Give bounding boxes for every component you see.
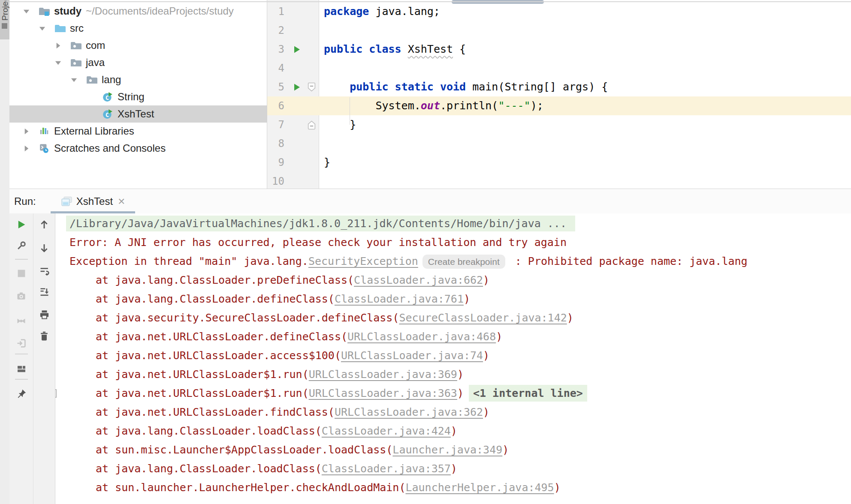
chevron-down-icon[interactable] (36, 20, 48, 37)
stacktrace-link[interactable]: ClassLoader.java:424 (322, 425, 451, 437)
tree-item-lang[interactable]: lang (9, 71, 267, 88)
package-folder-icon (85, 71, 98, 88)
chevron-down-icon[interactable] (67, 71, 80, 88)
chevron-right-icon[interactable] (51, 37, 64, 54)
scroll-to-end-icon[interactable] (39, 287, 50, 297)
restart-debug-icon[interactable] (16, 316, 27, 326)
project-folder-icon (38, 3, 51, 20)
stacktrace-link[interactable]: ClassLoader.java:662 (354, 274, 483, 286)
stop-icon[interactable] (16, 268, 27, 279)
console-line-text: at sun.launcher.LauncherHelper.checkAndL… (96, 481, 561, 494)
tree-item-label: External Libraries (54, 125, 134, 137)
layout-icon[interactable] (16, 364, 27, 374)
stacktrace-link[interactable]: URLClassLoader.java:468 (347, 330, 496, 343)
stacktrace-link[interactable]: SecurityException (308, 255, 418, 267)
close-tab-icon[interactable]: × (118, 195, 125, 207)
tree-item-string[interactable]: CString (9, 88, 267, 105)
expand-trace-icon[interactable]: + (55, 389, 57, 398)
console-line-9: at java.net.URLClassLoader$1.run(URLClas… (55, 365, 851, 384)
chevron-down-icon[interactable] (51, 54, 64, 71)
tree-item-xshtest[interactable]: CXshTest (9, 105, 267, 123)
console-line-15: at sun.launcher.LauncherHelper.checkAndL… (55, 478, 851, 497)
editor-panel[interactable]: 1package java.lang;23public class XshTes… (267, 0, 851, 189)
gutter-spacer (290, 134, 304, 153)
gutter-spacer (290, 153, 304, 172)
chevron-down-icon[interactable] (20, 3, 33, 20)
tree-item-label: XshTest (118, 108, 154, 120)
pin-icon[interactable] (16, 389, 27, 399)
tool-window-square-icon (2, 23, 7, 29)
print-icon[interactable] (39, 309, 50, 320)
console-lines: /Library/Java/JavaVirtualMachines/jdk1.8… (55, 213, 851, 497)
stacktrace-link[interactable]: URLClassLoader.java:74 (341, 349, 483, 362)
code-text (319, 59, 851, 78)
run-tab-xshtest[interactable]: XshTest × (51, 189, 136, 214)
tree-item-scratches-and-consoles[interactable]: Scratches and Consoles (9, 140, 267, 157)
line-number: 8 (267, 134, 290, 153)
toolbar-divider (15, 379, 28, 380)
code-text (319, 172, 851, 189)
stacktrace-link[interactable]: ClassLoader.java:357 (322, 462, 451, 475)
error-text: ) (567, 312, 573, 324)
tree-item-study[interactable]: study~/Documents/ideaProjects/study (9, 3, 267, 20)
run-gutter-icon[interactable] (290, 40, 304, 59)
stacktrace-link[interactable]: URLClassLoader.java:363 (309, 387, 457, 399)
soft-wrap-icon[interactable] (39, 266, 50, 276)
rerun-icon[interactable] (16, 219, 27, 230)
stacktrace-link[interactable]: Launcher.java:349 (392, 444, 502, 456)
tree-item-src[interactable]: src (9, 20, 267, 37)
fold-marker-icon[interactable] (304, 78, 319, 96)
console-line-text: at java.net.URLClassLoader.access$100(UR… (96, 349, 489, 362)
error-text: Error: A JNI error has occurred, please … (69, 236, 567, 249)
code-text: } (319, 115, 851, 134)
stacktrace-link[interactable]: LauncherHelper.java:495 (405, 481, 554, 494)
stacktrace-link[interactable]: URLClassLoader.java:369 (309, 368, 457, 381)
console-line-text: at java.net.URLClassLoader.findClass(URL… (96, 406, 489, 418)
chevron-right-icon[interactable] (20, 123, 33, 140)
chevron-right-icon[interactable] (20, 140, 33, 157)
console-line-2: Error: A JNI error has occurred, please … (55, 233, 851, 252)
stacktrace-link[interactable]: SecureClassLoader.java:142 (399, 312, 567, 324)
create-breakpoint-hint[interactable]: Create breakpoint (422, 255, 505, 269)
tree-item-label: src (70, 22, 84, 34)
down-arrow-icon[interactable] (39, 243, 50, 253)
console-line-text: /Library/Java/JavaVirtualMachines/jdk1.8… (66, 216, 575, 231)
error-text: Exception in thread "main" java.lang. (69, 255, 308, 267)
stacktrace-link[interactable]: ClassLoader.java:761 (335, 293, 464, 305)
run-tab-title: XshTest (76, 195, 113, 207)
fold-spacer (304, 21, 319, 40)
project-stripe-button[interactable]: Project (0, 0, 9, 39)
gutter-spacer (290, 2, 304, 21)
tree-item-java[interactable]: java (9, 54, 267, 71)
console-line-4: at java.lang.ClassLoader.preDefineClass(… (55, 271, 851, 290)
console-line-14: at java.lang.ClassLoader.loadClass(Class… (55, 459, 851, 478)
error-text: ) (451, 462, 457, 475)
up-arrow-icon[interactable] (39, 219, 50, 230)
error-text: ) (496, 330, 502, 343)
chevron-spacer (83, 88, 96, 105)
line-number: 7 (267, 115, 290, 134)
console-output[interactable]: /Library/Java/JavaVirtualMachines/jdk1.8… (55, 213, 851, 504)
code-token-pl: } (324, 156, 330, 168)
settings-icon[interactable] (16, 240, 27, 251)
tree-item-label: com (86, 39, 105, 51)
show-running-icon[interactable] (16, 338, 27, 348)
code-token-pl: main(String[] args) { (466, 81, 608, 93)
tree-item-com[interactable]: com (9, 37, 267, 54)
console-line-12: at java.lang.ClassLoader.loadClass(Class… (55, 422, 851, 441)
fold-marker-icon[interactable] (304, 115, 319, 134)
editor-line-4: 4 (267, 59, 851, 78)
snapshot-icon[interactable] (16, 291, 27, 301)
folded-frames-badge[interactable]: <1 internal line> (469, 385, 587, 402)
stacktrace-link[interactable]: URLClassLoader.java:362 (335, 406, 483, 418)
run-gutter-icon[interactable] (290, 78, 304, 96)
error-text: at sun.launcher.LauncherHelper.checkAndL… (96, 481, 405, 494)
fold-spacer (304, 59, 319, 78)
error-text: ) (464, 293, 470, 305)
class-run-icon: C (101, 88, 114, 105)
editor-line-9: 9} (267, 153, 851, 172)
tree-item-external-libraries[interactable]: External Libraries (9, 123, 267, 140)
console-line-text: at java.net.URLClassLoader$1.run(URLClas… (96, 368, 464, 381)
clear-all-icon[interactable] (39, 331, 50, 341)
code-text (319, 21, 851, 40)
